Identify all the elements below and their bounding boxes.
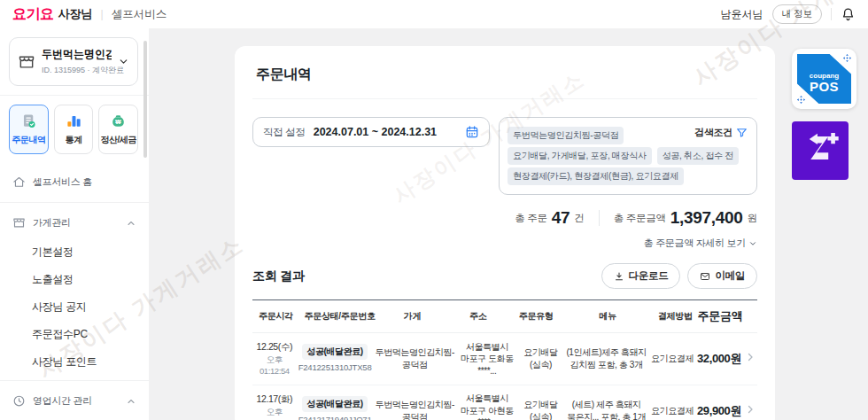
date-range-value: 2024.07.01 ~ 2024.12.31 (314, 126, 437, 138)
column-header: 주문상태/주문번호 (299, 310, 381, 323)
tab-label: 통계 (66, 134, 82, 146)
cell-payment: 요기요결제 (649, 405, 695, 417)
cell-payment: 요기요결제 (649, 353, 695, 365)
cell-order-type: 요기배달(실속) (518, 346, 563, 370)
total-amount-label: 총 주문금액 (614, 212, 666, 225)
sidebar-scrollbar[interactable] (143, 41, 147, 158)
column-header: 주소 (445, 310, 512, 323)
tab-settlement-tax[interactable]: ₩ 정산/세금 (98, 105, 138, 154)
chevron-right-icon (745, 404, 756, 415)
chevron-up-icon (126, 218, 136, 229)
chevron-right-icon (745, 352, 756, 362)
storefront-icon (12, 216, 26, 229)
total-amount-unit: 원 (748, 212, 758, 225)
cell-status-orderno: 성공(배달완료)F2412251310JTX58 (297, 344, 374, 373)
chevron-down-icon (118, 56, 129, 67)
order-summary: 총 주문 47 건 총 주문금액 1,397,400 원 (252, 208, 757, 228)
store-meta: ID. 1315995 · 계약완료 (42, 65, 112, 76)
cell-order-time: 12.17(화)오후 07:49:25 (252, 393, 297, 420)
storefront-icon (18, 53, 35, 71)
status-badge: 성공(배달완료) (302, 396, 367, 412)
table-body: 12.25(수)오후 01:12:54성공(배달완료)F2412251310JT… (252, 333, 757, 420)
sidebar-item-label: 셀프서비스 홈 (33, 175, 92, 189)
pos-wordmark: POS (810, 80, 839, 93)
filter-funnel-icon (736, 127, 748, 138)
filter-tag: 요기배달, 가게배달, 포장, 매장식사 (508, 147, 652, 165)
cell-store: 두번먹는명인김치찜-공덕점 (374, 346, 456, 370)
zplus-widget[interactable] (792, 121, 849, 180)
cell-amount: 29,900원 (695, 403, 743, 419)
search-condition-button[interactable]: 검색조건 (694, 126, 748, 139)
sidebar-item[interactable]: 노출설정 (0, 266, 149, 293)
table-row[interactable]: 12.17(화)오후 07:49:25성공(배달완료)F2412171949JJ… (252, 385, 757, 420)
filter-tag: 성공, 취소, 접수 전 (657, 147, 739, 165)
column-header: 결제방법 (655, 310, 695, 323)
tab-statistics[interactable]: 통계 (54, 105, 94, 154)
coupang-pos-widget[interactable]: coupang POS (792, 49, 856, 109)
date-mode-label: 직접 설정 (263, 126, 306, 139)
bar-chart-icon (66, 113, 82, 129)
move-handle-icon[interactable] (796, 95, 806, 105)
zplus-logo-icon (800, 129, 841, 172)
cell-menu: (세트) 제주 흑돼지 묵은지... 포함, 총 1개 (563, 399, 649, 420)
user-name: 남윤서님 (721, 7, 763, 22)
order-doc-icon (20, 113, 37, 129)
download-button[interactable]: 다운로드 (601, 263, 681, 289)
chevron-up-icon (126, 396, 136, 407)
orders-table: 주문시각주문상태/주문번호가게주소주문유형메뉴결제방법주문금액 12.25(수)… (252, 299, 757, 420)
home-icon (12, 175, 26, 189)
cell-menu: (1인세트)제주 흑돼지 김치찜 포함, 총 3개 (563, 346, 649, 370)
total-amount-value: 1,397,400 (670, 208, 743, 228)
total-orders-unit: 건 (574, 212, 585, 225)
tab-order-history[interactable]: 주문내역 (9, 105, 49, 154)
filter-tag: 두번먹는명인김치찜-공덕점 (508, 127, 624, 144)
section-title: 가게관리 (33, 216, 71, 229)
table-row[interactable]: 12.25(수)오후 01:12:54성공(배달완료)F2412251310JT… (252, 333, 757, 385)
order-history-panel: 주문내역 직접 설정 2024.07.01 ~ 2024.12.31 두번먹는명… (235, 46, 775, 420)
sidebar-item[interactable]: 사장님 포인트 (0, 348, 149, 376)
download-label: 다운로드 (629, 269, 669, 283)
service-name: 셀프서비스 (112, 7, 167, 22)
my-info-button[interactable]: 내 정보 (772, 4, 822, 24)
cell-amount: 32,000원 (695, 351, 743, 367)
table-header-row: 주문시각주문상태/주문번호가게주소주문유형메뉴결제방법주문금액 (252, 299, 757, 333)
yogiyo-logo: 요기요 (12, 5, 54, 24)
sidebar-item-selfservice-home[interactable]: 셀프서비스 홈 (0, 167, 149, 198)
chevron-down-icon (748, 239, 757, 248)
amount-detail-link[interactable]: 총 주문금액 자세히 보기 (252, 237, 757, 250)
cell-address: 서울특별시 마포구 아현동 ****... (456, 393, 518, 420)
download-icon (614, 271, 624, 282)
divider (599, 210, 600, 226)
cell-status-orderno: 성공(배달완료)F2412171949JJQ71 (297, 396, 374, 420)
divider (0, 380, 149, 381)
section-title: 영업시간 관리 (33, 394, 92, 408)
column-header: 주문유형 (512, 310, 561, 323)
cell-order-type: 요기배달(실속) (518, 399, 563, 420)
page-title: 주문내역 (252, 46, 757, 99)
tab-label: 주문내역 (12, 134, 45, 146)
column-header: 주문시각 (252, 310, 299, 323)
search-filter-summary: 두번먹는명인김치찜-공덕점요기배달, 가게배달, 포장, 매장식사성공, 취소,… (499, 117, 757, 195)
sidebar-item[interactable]: 주문접수PC (0, 321, 149, 348)
cell-order-time: 12.25(수)오후 01:12:54 (252, 340, 297, 377)
move-handle-icon[interactable] (842, 53, 852, 63)
store-name: 두번먹는명인김치찜... (42, 47, 112, 62)
sidebar: 두번먹는명인김치찜... ID. 1315995 · 계약완료 주문내역 통계 … (0, 28, 149, 420)
header-divider-2 (831, 8, 832, 20)
calendar-icon (465, 125, 479, 139)
sidebar-item[interactable]: 영업시간 (0, 416, 149, 420)
notification-bell-icon[interactable] (841, 7, 856, 22)
clock-icon (12, 394, 26, 408)
total-orders-label: 총 주문 (515, 212, 547, 225)
email-button[interactable]: 이메일 (687, 263, 757, 289)
sidebar-section-store-management[interactable]: 가게관리 (0, 207, 149, 238)
logo-suffix: 사장님 (58, 6, 93, 22)
divider (0, 202, 149, 203)
sidebar-section-business-hours[interactable]: 영업시간 관리 (0, 385, 149, 416)
store-selector[interactable]: 두번먹는명인김치찜... ID. 1315995 · 계약완료 (9, 37, 138, 86)
date-range-picker[interactable]: 직접 설정 2024.07.01 ~ 2024.12.31 (252, 117, 490, 147)
sidebar-item[interactable]: 기본설정 (0, 238, 149, 266)
total-orders-value: 47 (552, 208, 570, 228)
sidebar-item[interactable]: 사장님 공지 (0, 293, 149, 321)
cell-store: 두번먹는명인김치찜-공덕점 (374, 399, 456, 420)
